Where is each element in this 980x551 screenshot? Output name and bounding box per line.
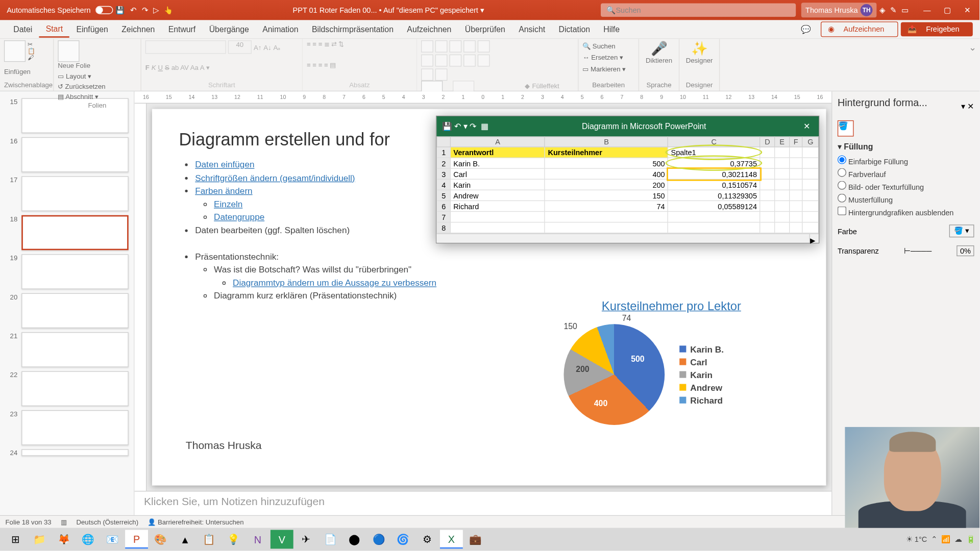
menu-zeichnen[interactable]: Zeichnen	[115, 22, 161, 37]
data-save-icon[interactable]: 💾	[442, 122, 452, 131]
pen-icon[interactable]: ✎	[890, 6, 896, 14]
firefox-icon[interactable]: 🦊	[53, 530, 76, 549]
thumb-22[interactable]	[21, 371, 129, 407]
chart-data-window[interactable]: 💾 ↶ ▾ ↷ ▦ Diagramm in Microsoft PowerPoi…	[436, 116, 819, 243]
transparency-value[interactable]: 0%	[957, 245, 974, 256]
slide-canvas[interactable]: Diagramm erstellen und for Daten einfüge…	[152, 109, 826, 486]
menu-dictation[interactable]: Dictation	[552, 22, 597, 37]
data-sheet[interactable]: ABCDEFG 1 Verantwortl Kursteilnehmer Spa…	[436, 137, 819, 234]
accessibility-status[interactable]: Barrierefreiheit: Untersuchen	[158, 518, 243, 525]
data-undo-icon[interactable]: ↶ ▾	[454, 122, 467, 131]
menu-einfuegen[interactable]: Einfügen	[69, 22, 115, 37]
new-slide-icon[interactable]	[58, 40, 79, 62]
telegram-icon[interactable]: ✈	[295, 530, 317, 549]
outlook-icon[interactable]: 📧	[101, 530, 124, 549]
menu-datei[interactable]: Datei	[7, 22, 39, 37]
close-button[interactable]: ✕	[959, 6, 975, 14]
record-button[interactable]: ◉ Aufzeichnen	[821, 21, 898, 37]
tray-chevron-icon[interactable]: ⌃	[931, 535, 937, 543]
thumb-24[interactable]	[21, 449, 129, 456]
thumb-18[interactable]	[21, 215, 129, 251]
menu-animation[interactable]: Animation	[256, 22, 305, 37]
color-picker[interactable]: 🪣 ▾	[949, 224, 974, 237]
diamond-icon[interactable]: ◈	[879, 6, 885, 14]
font-size[interactable]: 40	[228, 40, 252, 54]
search-box[interactable]: 🔍 Suchen	[601, 4, 796, 17]
vlc-icon[interactable]: ▲	[174, 530, 197, 549]
explorer-icon[interactable]: 📁	[28, 530, 51, 549]
select-button[interactable]: ▭ Markieren ▾	[582, 63, 634, 74]
share-button[interactable]: 📤 Freigeben	[901, 22, 973, 36]
selected-cell[interactable]: 0,3021148	[668, 168, 760, 179]
app2-icon[interactable]: 📋	[198, 530, 220, 549]
data-redo-icon[interactable]: ↷	[470, 122, 476, 131]
slide-counter[interactable]: Folie 18 von 33	[6, 518, 52, 525]
paste-icon[interactable]	[4, 40, 26, 62]
tray-cloud-icon[interactable]: ☁	[954, 535, 962, 543]
thumb-20[interactable]	[21, 293, 129, 329]
maximize-button[interactable]: ▢	[939, 6, 955, 14]
thumb-17[interactable]	[21, 176, 129, 211]
designer-icon[interactable]: ✨	[683, 40, 715, 57]
slide-thumbnails[interactable]: 15 16 17 18 19 20 21 22 23 24	[0, 91, 135, 515]
tray-battery-icon[interactable]: 🔋	[966, 535, 975, 543]
redo-icon[interactable]: ↷	[142, 6, 148, 14]
app7-icon[interactable]: 🌀	[391, 530, 414, 549]
settings-icon[interactable]: ⚙	[416, 530, 439, 549]
chrome-icon[interactable]: 🌐	[77, 530, 100, 549]
app5-icon[interactable]: 📄	[319, 530, 342, 549]
replace-button[interactable]: ↔ Ersetzen ▾	[582, 52, 634, 63]
autosave-toggle[interactable]	[95, 6, 113, 14]
save-icon[interactable]: 💾	[115, 6, 125, 14]
thumb-19[interactable]	[21, 254, 129, 289]
app6-icon[interactable]: 🔵	[368, 530, 390, 549]
layout-menu[interactable]: ▭ Layout ▾	[58, 71, 105, 82]
menu-start[interactable]: Start	[39, 21, 69, 38]
menu-uebergaenge[interactable]: Übergänge	[202, 22, 256, 37]
pane-close-icon[interactable]: ✕	[967, 101, 974, 110]
solid-fill-radio[interactable]: Einfarbige Füllung	[838, 155, 974, 165]
pie-chart[interactable]: Kursteilnehmer pro Lektor 74 150 500 400…	[557, 299, 786, 432]
data-grid-icon[interactable]: ▦	[481, 122, 488, 131]
powerpoint-icon[interactable]: P	[125, 530, 148, 549]
thumb-16[interactable]	[21, 137, 129, 172]
fill-tab-icon[interactable]: 🪣	[838, 120, 854, 137]
menu-bildschirm[interactable]: Bildschirmpräsentation	[305, 22, 400, 37]
undo-icon[interactable]: ↶	[130, 6, 136, 14]
menu-hilfe[interactable]: Hilfe	[597, 22, 626, 37]
data-close-button[interactable]: ✕	[800, 122, 813, 131]
touch-icon[interactable]: 👆	[164, 6, 173, 14]
picture-fill-radio[interactable]: Bild- oder Texturfüllung	[838, 181, 974, 191]
notes-pane[interactable]: Klicken Sie, um Notizen hinzuzufügen	[135, 491, 831, 515]
find-button[interactable]: 🔍 Suchen	[582, 40, 634, 52]
app-icon[interactable]: 🎨	[150, 530, 173, 549]
reset-button[interactable]: ↺ Zurücksetzen	[58, 81, 105, 91]
shape-fill[interactable]: ◆ Fülleffekt	[525, 81, 568, 91]
menu-aufzeichnen[interactable]: Aufzeichnen	[400, 22, 458, 37]
tray-network-icon[interactable]: 📶	[941, 535, 950, 543]
taskbar[interactable]: ⊞ 📁 🦊 🌐 📧 P 🎨 ▲ 📋 💡 N V ✈ 📄 ⬤ 🔵 🌀 ⚙ X 💼 …	[0, 528, 979, 551]
app8-icon[interactable]: 💼	[464, 530, 487, 549]
section-menu[interactable]: ▤ Abschnitt ▾	[58, 91, 105, 102]
menu-entwurf[interactable]: Entwurf	[161, 22, 202, 37]
menu-ueberpruefen[interactable]: Überprüfen	[458, 22, 512, 37]
weather-widget[interactable]: ☀ 1°C	[906, 535, 927, 543]
comments-icon[interactable]: 💬	[794, 22, 818, 37]
language-status[interactable]: Deutsch (Österreich)	[76, 518, 138, 525]
slideshow-icon[interactable]: ▷	[153, 6, 159, 14]
menu-ansicht[interactable]: Ansicht	[512, 22, 552, 37]
pane-dropdown-icon[interactable]: ▾	[961, 101, 965, 110]
dictate-icon[interactable]: 🎤	[643, 40, 675, 57]
onenote-icon[interactable]: N	[246, 530, 269, 549]
thumb-23[interactable]	[21, 410, 129, 445]
thumb-21[interactable]	[21, 332, 129, 367]
user-badge[interactable]: Thomas Hruska TH	[801, 3, 876, 17]
minimize-button[interactable]: —	[919, 6, 935, 14]
gradient-fill-radio[interactable]: Farbverlauf	[838, 168, 974, 179]
app4-icon[interactable]: V	[271, 530, 293, 549]
start-button[interactable]: ⊞	[4, 530, 27, 549]
excel-icon[interactable]: X	[440, 530, 463, 549]
hide-bg-checkbox[interactable]: Hintergrundgrafiken ausblenden	[838, 207, 974, 217]
app3-icon[interactable]: 💡	[222, 530, 245, 549]
window-icon[interactable]: ▭	[901, 6, 908, 14]
